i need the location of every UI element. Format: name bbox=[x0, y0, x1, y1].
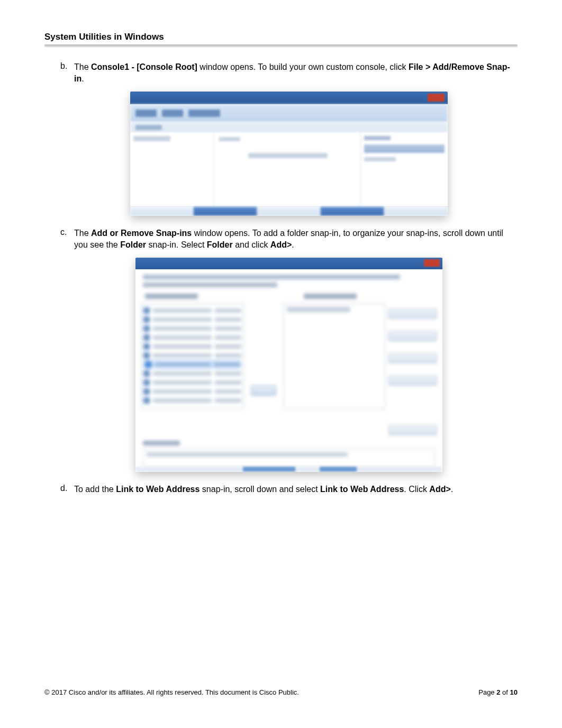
right-buttons-column bbox=[388, 303, 437, 435]
row-vendor bbox=[215, 308, 241, 313]
row-text bbox=[153, 389, 212, 394]
description-box bbox=[143, 449, 435, 468]
footer-page-of: of bbox=[500, 688, 510, 696]
actions-line-blob bbox=[364, 157, 396, 161]
list-row bbox=[143, 369, 241, 378]
snapin-icon bbox=[143, 370, 150, 377]
add-button-column bbox=[247, 303, 280, 435]
list-row bbox=[143, 387, 241, 396]
list-marker: c. bbox=[60, 228, 74, 237]
list-item-d: d. To add the Link to Web Address snap-i… bbox=[60, 484, 518, 495]
list-row bbox=[143, 396, 241, 405]
actions-pane bbox=[360, 133, 448, 206]
list-row-selected bbox=[143, 360, 241, 369]
list-body: The Add or Remove Snap-ins window opens.… bbox=[74, 228, 518, 250]
actions-bar-blob bbox=[364, 144, 445, 153]
list-row bbox=[143, 351, 241, 360]
description-label-blob bbox=[143, 441, 180, 445]
snapin-icon bbox=[143, 397, 150, 404]
row-vendor bbox=[215, 380, 241, 385]
row-text bbox=[153, 344, 212, 349]
content-pane bbox=[215, 133, 360, 206]
dialog-description bbox=[135, 269, 442, 294]
edit-extensions-button bbox=[388, 308, 437, 319]
dialog-body bbox=[135, 303, 442, 435]
remove-button bbox=[388, 331, 437, 341]
page-footer: © 2017 Cisco and/or its affiliates. All … bbox=[44, 688, 518, 696]
actions-header-blob bbox=[364, 136, 391, 140]
snapin-icon bbox=[143, 325, 150, 332]
list-body: To add the Link to Web Address snap-in, … bbox=[74, 484, 518, 495]
row-vendor bbox=[215, 335, 241, 340]
menu-blob bbox=[188, 110, 220, 117]
snapin-icon bbox=[143, 334, 150, 341]
available-snapins-list bbox=[141, 303, 244, 409]
snapin-icon bbox=[143, 343, 150, 350]
status-seg bbox=[130, 207, 194, 216]
figure-2-wrap bbox=[60, 258, 518, 472]
footer-copyright: © 2017 Cisco and/or its affiliates. All … bbox=[44, 688, 299, 696]
dialog-bottom-edge bbox=[135, 467, 442, 472]
advanced-button bbox=[388, 425, 437, 435]
row-text bbox=[153, 380, 212, 385]
row-vendor bbox=[215, 398, 241, 403]
list-marker: d. bbox=[60, 484, 74, 493]
row-text bbox=[153, 353, 212, 358]
content-header-blob bbox=[219, 137, 240, 141]
row-vendor bbox=[215, 353, 241, 358]
row-vendor bbox=[215, 317, 241, 322]
list-row bbox=[143, 333, 241, 342]
document-page: System Utilities in Windows b. The Conso… bbox=[0, 0, 562, 521]
snapin-icon bbox=[143, 379, 150, 386]
toolbar-blob bbox=[135, 125, 162, 130]
status-seg bbox=[194, 207, 257, 216]
row-vendor bbox=[215, 389, 241, 394]
row-vendor bbox=[214, 362, 240, 367]
desc-line bbox=[143, 283, 277, 287]
list-row bbox=[143, 315, 241, 324]
snapin-icon bbox=[143, 307, 150, 314]
page-header-title: System Utilities in Windows bbox=[44, 32, 518, 42]
window-body bbox=[130, 133, 448, 207]
row-text bbox=[153, 398, 212, 403]
header-divider bbox=[44, 44, 518, 47]
row-text bbox=[155, 362, 211, 367]
footer-page-prefix: Page bbox=[478, 688, 496, 696]
description-line bbox=[147, 452, 348, 457]
row-text bbox=[153, 308, 212, 313]
folder-icon bbox=[144, 361, 152, 368]
window-toolbar bbox=[130, 122, 448, 133]
status-seg bbox=[321, 207, 384, 216]
row-text bbox=[153, 326, 212, 331]
console-root-screenshot bbox=[130, 92, 448, 216]
snapin-icon bbox=[143, 316, 150, 323]
window-titlebar bbox=[130, 92, 448, 104]
status-seg bbox=[384, 207, 448, 216]
move-up-button bbox=[388, 353, 437, 363]
dialog-titlebar bbox=[135, 258, 442, 269]
footer-page-total: 10 bbox=[510, 688, 518, 696]
desc-line bbox=[143, 275, 400, 279]
snapin-icon bbox=[143, 352, 150, 359]
footer-page: Page 2 of 10 bbox=[478, 688, 518, 696]
close-icon bbox=[424, 259, 440, 267]
content-area: b. The Console1 - [Console Root] window … bbox=[44, 61, 518, 495]
selected-root-blob bbox=[287, 307, 350, 312]
menu-blob bbox=[162, 110, 183, 117]
list-item-b: b. The Console1 - [Console Root] window … bbox=[60, 61, 518, 84]
move-down-button bbox=[388, 375, 437, 386]
selected-label-blob bbox=[304, 294, 357, 299]
list-row bbox=[143, 378, 241, 387]
menu-blob bbox=[135, 110, 157, 117]
add-button bbox=[251, 385, 276, 396]
list-marker: b. bbox=[60, 61, 74, 71]
window-menubar bbox=[130, 104, 448, 122]
row-text bbox=[153, 371, 212, 376]
list-row bbox=[143, 324, 241, 333]
tree-item-blob bbox=[133, 136, 170, 141]
add-remove-snapins-screenshot bbox=[135, 258, 442, 472]
selected-snapins-pane bbox=[283, 303, 385, 409]
status-seg bbox=[257, 207, 321, 216]
content-text-blob bbox=[248, 153, 328, 158]
status-bar bbox=[130, 207, 448, 216]
